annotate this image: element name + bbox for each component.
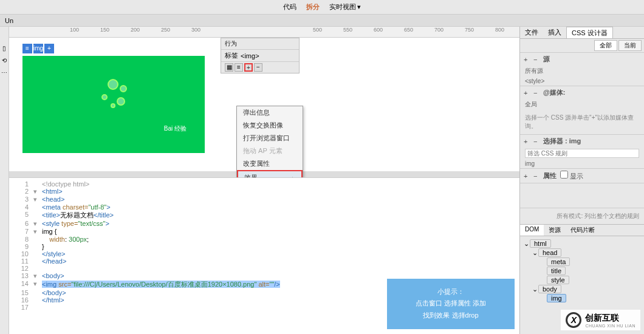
remove-selector-icon[interactable]: − [533,138,540,145]
behaviors-tag-label: 标签 [225,51,238,60]
subtab-all[interactable]: 全部 [594,40,617,51]
add-media-icon[interactable]: + [524,89,530,97]
tab-code[interactable]: 代码 [283,2,296,12]
menu-change-property[interactable]: 改变属性 [237,157,303,170]
sources-heading: 源 [543,55,550,64]
element-menu-icon[interactable]: ≡ [22,44,32,53]
properties-heading: 属性 [543,171,557,180]
element-tag-label[interactable]: img [33,44,43,53]
behavior-context-menu: 弹出信息 恢复交换图像 打开浏览器窗口 拖动 AP 元素 改变属性 效果▸ 显示… [236,106,303,177]
selector-img[interactable]: img [520,159,644,168]
toggle-icon[interactable]: ⌄ [522,240,530,248]
add-behavior-button[interactable]: + [244,63,253,72]
behaviors-list-icon[interactable]: ≡ [235,63,243,72]
menu-popup-message[interactable]: 弹出信息 [237,106,303,119]
tab-css-designer[interactable]: CSS 设计器 [566,27,613,38]
remove-behavior-button[interactable]: − [254,63,262,72]
watermark: X 创新互联 CHUANG XIN HU LIAN [561,310,640,330]
tab-insert[interactable]: 插入 [543,27,566,38]
behaviors-tag-value: <img> [241,52,259,60]
tip-line1: 点击窗口 选择属性 添加 [394,298,507,310]
tip-title: 小提示： [394,286,507,298]
code-editor[interactable]: 1<!doctype html>2▾<html>3▾<head>4<meta c… [9,177,519,334]
horizontal-ruler: 100 150 200 250 300 500 550 600 650 700 … [9,27,519,38]
media-heading: @媒体: [543,88,565,97]
design-canvas[interactable]: ≡ img + Bai 经验 行为 标签 <img> [9,38,519,177]
selected-image[interactable]: Bai 经验 [22,56,205,153]
watermark-logo-icon: X [566,312,581,328]
media-note: 选择一个 CSS 源并单击"+"以添加媒体查询。 [520,110,644,134]
remove-media-icon[interactable]: − [533,89,540,97]
filter-css-input[interactable] [525,149,639,158]
source-style[interactable]: <style> [520,77,644,86]
subtab-current[interactable]: 当前 [618,40,642,51]
behaviors-panel: 行为 标签 <img> ▦ ≡ + − [221,38,300,73]
element-add-icon[interactable]: + [44,44,54,53]
source-all[interactable]: 所有源 [520,66,644,77]
show-set-checkbox[interactable] [560,171,568,179]
tip-line2: 找到效果 选择drop [394,310,507,322]
right-panel: 文件 插入 CSS 设计器 全部 当前 +−源 所有源 <style> +−@媒… [519,27,644,334]
behaviors-view-icon[interactable]: ▦ [225,63,233,72]
menu-effects[interactable]: 效果▸ [237,170,303,177]
remove-source-icon[interactable]: − [533,56,540,63]
toggle-icon[interactable]: ⌄ [531,285,538,293]
dom-node-head[interactable]: head [538,248,561,257]
document-tab[interactable]: Un [5,17,13,24]
dom-node-body[interactable]: body [538,285,561,293]
tool-3[interactable]: ⋯ [1,69,8,77]
view-mode-tabs: 代码 拆分 实时视图 [0,0,644,15]
tab-files[interactable]: 文件 [520,27,543,38]
right-panel-tabs: 文件 插入 CSS 设计器 [520,27,644,39]
add-property-icon[interactable]: + [524,172,530,180]
tab-dom[interactable]: DOM [520,225,544,236]
media-global[interactable]: 全局 [520,99,644,110]
element-toolbar: ≡ img + [22,44,54,53]
watermark-subtext: CHUANG XIN HU LIAN [585,324,635,328]
tab-split[interactable]: 拆分 [306,2,320,12]
dom-node-style[interactable]: style [547,276,569,284]
tab-live-view[interactable]: 实时视图 [329,2,361,12]
toggle-icon[interactable]: ⌄ [531,249,538,257]
menu-restore-swap[interactable]: 恢复交换图像 [237,119,303,132]
tab-snippets[interactable]: 代码片断 [566,225,600,236]
all-modes-label: 所有模式: 列出整个文档的规则 [520,208,644,224]
behaviors-title: 行为 [221,38,299,50]
selectors-heading: 选择器 : img [543,137,581,146]
menu-drag-ap: 拖动 AP 元素 [237,145,303,157]
tool-2[interactable]: ⟲ [1,57,8,64]
watermark-text: 创新互联 [585,313,635,324]
add-selector-icon[interactable]: + [524,138,530,145]
tip-overlay: 小提示： 点击窗口 选择属性 添加 找到效果 选择drop [387,279,515,329]
dom-node-img[interactable]: img [547,294,566,302]
image-logo-text: Bai 经验 [164,124,187,133]
submenu-arrow-icon: ▸ [292,175,295,178]
left-toolbar: ▯ ⟲ ⋯ [0,27,9,334]
tool-1[interactable]: ▯ [1,45,8,52]
dom-node-meta[interactable]: meta [547,257,570,266]
add-source-icon[interactable]: + [524,56,530,63]
document-tab-bar: Un [0,15,644,27]
dom-node-title[interactable]: title [547,267,566,275]
menu-open-browser[interactable]: 打开浏览器窗口 [237,132,303,145]
tab-assets[interactable]: 资源 [544,225,566,236]
dom-node-html[interactable]: html [530,239,551,248]
